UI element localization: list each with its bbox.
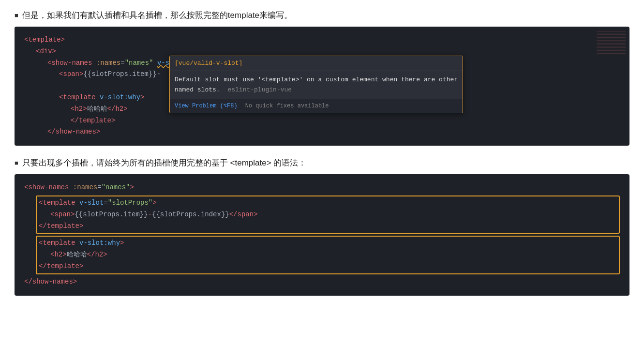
code-line-1: <template> (24, 34, 620, 46)
code-block-2: <show-names :names="names"> <template v-… (15, 174, 629, 295)
box1-line2: <span>{{slotProps.item}}-{{slotProps.ind… (39, 209, 617, 221)
code-line-8: </show-names> (36, 126, 620, 138)
box2-line3: </template> (39, 261, 617, 272)
code-line-s1: <show-names :names="names"> (24, 182, 620, 194)
section1-title-text: 但是，如果我们有默认插槽和具名插槽，那么按照完整的template来编写。 (22, 10, 292, 21)
section1-title: 但是，如果我们有默认插槽和具名插槽，那么按照完整的template来编写。 (15, 10, 629, 21)
error-popup-footer: View Problem (⌥F8) No quick fixes availa… (170, 99, 463, 113)
box1-line3: </template> (39, 221, 617, 232)
error-popup: [vue/valid-v-slot] Default slot must use… (169, 56, 463, 113)
box1-line1: <template v-slot="slotProps"> (39, 197, 617, 209)
code-block-1: <template> <div> <show-names :names="nam… (15, 27, 629, 146)
box2-line2: <h2>哈哈哈</h2> (39, 249, 617, 261)
code-line-s-close: </show-names> (24, 276, 620, 288)
orange-box-2: <template v-slot:why> <h2>哈哈哈</h2> </tem… (36, 236, 620, 274)
error-popup-header: [vue/valid-v-slot] (170, 56, 463, 71)
section2-title-text: 只要出现多个插槽，请始终为所有的插槽使用完整的基于 <template> 的语法… (22, 157, 307, 168)
error-popup-body: Default slot must use '<template>' on a … (170, 71, 463, 99)
minimap (597, 30, 626, 55)
orange-box-1: <template v-slot="slotProps"> <span>{{sl… (36, 196, 620, 234)
code-line-7: </template> (47, 115, 620, 127)
section2-title: 只要出现多个插槽，请始终为所有的插槽使用完整的基于 <template> 的语法… (15, 157, 629, 168)
box2-line1: <template v-slot:why> (39, 238, 617, 249)
